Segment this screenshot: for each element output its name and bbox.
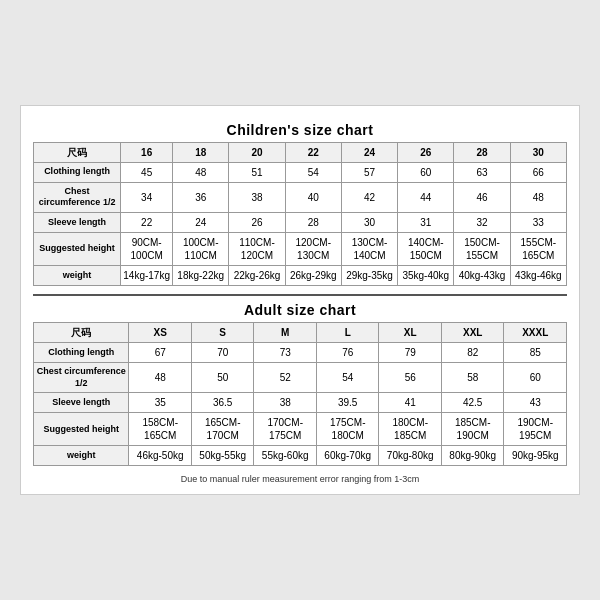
- adult-cell-4-5: 80kg-90kg: [441, 446, 504, 466]
- children-col-header-8: 30: [510, 142, 566, 162]
- table-row: weight46kg-50kg50kg-55kg55kg-60kg60kg-70…: [34, 446, 567, 466]
- adult-col-header-5: XL: [379, 323, 442, 343]
- table-row: Clothing length67707376798285: [34, 343, 567, 363]
- children-col-header-1: 16: [121, 142, 173, 162]
- table-row: Suggested height90CM-100CM100CM-110CM110…: [34, 233, 567, 266]
- adult-table-body: Clothing length67707376798285Chest circu…: [34, 343, 567, 466]
- children-cell-2-4: 30: [341, 213, 397, 233]
- children-cell-0-3: 54: [285, 162, 341, 182]
- children-cell-3-0: 90CM-100CM: [121, 233, 173, 266]
- children-cell-0-4: 57: [341, 162, 397, 182]
- adult-row-label-2: Sleeve length: [34, 393, 129, 413]
- children-col-header-7: 28: [454, 142, 510, 162]
- children-cell-4-0: 14kg-17kg: [121, 266, 173, 286]
- children-row-label-2: Sleeve length: [34, 213, 121, 233]
- children-cell-2-0: 22: [121, 213, 173, 233]
- adult-cell-3-0: 158CM-165CM: [129, 413, 192, 446]
- children-col-header-4: 22: [285, 142, 341, 162]
- adult-cell-2-5: 42.5: [441, 393, 504, 413]
- children-cell-4-4: 29kg-35kg: [341, 266, 397, 286]
- children-row-label-4: weight: [34, 266, 121, 286]
- adult-cell-1-1: 50: [191, 363, 254, 393]
- children-cell-4-5: 35kg-40kg: [398, 266, 454, 286]
- children-row-label-3: Suggested height: [34, 233, 121, 266]
- children-header-row: 尺码1618202224262830: [34, 142, 567, 162]
- children-cell-2-2: 26: [229, 213, 285, 233]
- children-col-header-2: 18: [173, 142, 229, 162]
- size-chart-container: Children's size chart 尺码1618202224262830…: [20, 105, 580, 496]
- adult-cell-3-4: 180CM-185CM: [379, 413, 442, 446]
- children-cell-0-7: 66: [510, 162, 566, 182]
- adult-col-header-3: M: [254, 323, 317, 343]
- children-chart-title: Children's size chart: [33, 122, 567, 138]
- children-cell-4-1: 18kg-22kg: [173, 266, 229, 286]
- children-cell-4-7: 43kg-46kg: [510, 266, 566, 286]
- adult-header-row: 尺码XSSMLXLXXLXXXL: [34, 323, 567, 343]
- adult-col-header-6: XXL: [441, 323, 504, 343]
- adult-row-label-1: Chest circumference 1/2: [34, 363, 129, 393]
- table-row: Sleeve length2224262830313233: [34, 213, 567, 233]
- adult-cell-1-5: 58: [441, 363, 504, 393]
- adult-cell-2-1: 36.5: [191, 393, 254, 413]
- children-cell-2-3: 28: [285, 213, 341, 233]
- children-table-body: Clothing length4548515457606366Chest cir…: [34, 162, 567, 285]
- adult-cell-0-4: 79: [379, 343, 442, 363]
- children-cell-0-5: 60: [398, 162, 454, 182]
- adult-row-label-4: weight: [34, 446, 129, 466]
- adult-cell-0-2: 73: [254, 343, 317, 363]
- children-cell-0-0: 45: [121, 162, 173, 182]
- adult-cell-1-4: 56: [379, 363, 442, 393]
- table-row: Clothing length4548515457606366: [34, 162, 567, 182]
- adult-cell-4-3: 60kg-70kg: [316, 446, 379, 466]
- adult-cell-0-6: 85: [504, 343, 567, 363]
- adult-cell-0-1: 70: [191, 343, 254, 363]
- footer-note: Due to manual ruler measurement error ra…: [33, 474, 567, 484]
- children-cell-1-1: 36: [173, 182, 229, 212]
- adult-cell-3-3: 175CM-180CM: [316, 413, 379, 446]
- children-cell-1-2: 38: [229, 182, 285, 212]
- adult-cell-1-6: 60: [504, 363, 567, 393]
- children-cell-2-5: 31: [398, 213, 454, 233]
- table-row: Chest circumference 1/248505254565860: [34, 363, 567, 393]
- children-cell-4-3: 26kg-29kg: [285, 266, 341, 286]
- children-cell-4-6: 40kg-43kg: [454, 266, 510, 286]
- children-cell-0-2: 51: [229, 162, 285, 182]
- adult-size-table: 尺码XSSMLXLXXLXXXL Clothing length67707376…: [33, 322, 567, 466]
- children-cell-2-1: 24: [173, 213, 229, 233]
- adult-cell-3-6: 190CM-195CM: [504, 413, 567, 446]
- table-row: Suggested height158CM-165CM165CM-170CM17…: [34, 413, 567, 446]
- adult-col-header-4: L: [316, 323, 379, 343]
- children-cell-3-3: 120CM-130CM: [285, 233, 341, 266]
- children-cell-3-5: 140CM-150CM: [398, 233, 454, 266]
- adult-cell-0-3: 76: [316, 343, 379, 363]
- children-size-table: 尺码1618202224262830 Clothing length454851…: [33, 142, 567, 286]
- adult-row-label-3: Suggested height: [34, 413, 129, 446]
- children-cell-3-6: 150CM-155CM: [454, 233, 510, 266]
- children-cell-3-2: 110CM-120CM: [229, 233, 285, 266]
- children-cell-4-2: 22kg-26kg: [229, 266, 285, 286]
- children-col-header-5: 24: [341, 142, 397, 162]
- children-col-header-0: 尺码: [34, 142, 121, 162]
- children-cell-1-7: 48: [510, 182, 566, 212]
- adult-cell-0-0: 67: [129, 343, 192, 363]
- adult-cell-2-3: 39.5: [316, 393, 379, 413]
- children-cell-0-6: 63: [454, 162, 510, 182]
- children-row-label-0: Clothing length: [34, 162, 121, 182]
- adult-cell-1-2: 52: [254, 363, 317, 393]
- children-cell-1-5: 44: [398, 182, 454, 212]
- adult-cell-0-5: 82: [441, 343, 504, 363]
- adult-cell-4-1: 50kg-55kg: [191, 446, 254, 466]
- children-cell-1-0: 34: [121, 182, 173, 212]
- table-row: Chest circumference 1/23436384042444648: [34, 182, 567, 212]
- adult-cell-3-2: 170CM-175CM: [254, 413, 317, 446]
- children-cell-3-7: 155CM-165CM: [510, 233, 566, 266]
- table-row: Sleeve length3536.53839.54142.543: [34, 393, 567, 413]
- adult-col-header-2: S: [191, 323, 254, 343]
- adult-chart-title: Adult size chart: [33, 302, 567, 318]
- section-divider: [33, 294, 567, 296]
- children-cell-1-6: 46: [454, 182, 510, 212]
- adult-cell-1-0: 48: [129, 363, 192, 393]
- children-cell-1-3: 40: [285, 182, 341, 212]
- adult-cell-4-2: 55kg-60kg: [254, 446, 317, 466]
- adult-cell-3-5: 185CM-190CM: [441, 413, 504, 446]
